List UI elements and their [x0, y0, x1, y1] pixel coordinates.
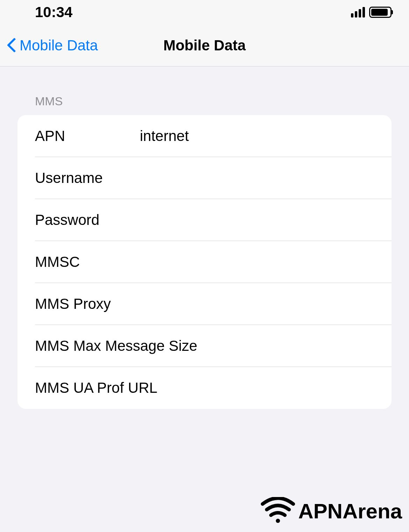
row-label-password: Password [35, 212, 140, 228]
input-username[interactable] [140, 170, 392, 186]
input-password[interactable] [140, 212, 392, 228]
back-button-label: Mobile Data [20, 37, 98, 54]
chevron-left-icon [7, 38, 17, 53]
page-title: Mobile Data [163, 37, 246, 54]
watermark-bottom-text: APNArena [298, 499, 402, 523]
row-mmsc[interactable]: MMSC [17, 241, 392, 283]
input-mms-proxy[interactable] [140, 296, 392, 312]
row-apn[interactable]: APN [17, 115, 392, 157]
wifi-icon [260, 497, 295, 525]
row-username[interactable]: Username [17, 157, 392, 199]
row-mms-max-size[interactable]: MMS Max Message Size [17, 325, 392, 367]
input-mms-ua-prof[interactable] [207, 380, 392, 396]
row-label-mms-ua-prof: MMS UA Prof URL [35, 380, 207, 396]
row-password[interactable]: Password [17, 199, 392, 241]
row-label-mms-proxy: MMS Proxy [35, 296, 140, 312]
battery-icon [369, 7, 392, 18]
back-button[interactable]: Mobile Data [0, 37, 98, 54]
input-mmsc[interactable] [140, 254, 392, 270]
watermark-bottom: APNArena [260, 497, 402, 525]
row-label-mmsc: MMSC [35, 254, 140, 270]
input-mms-max-size[interactable] [207, 338, 392, 354]
svg-point-1 [276, 519, 280, 523]
row-label-mms-max-size: MMS Max Message Size [35, 338, 207, 354]
row-mms-proxy[interactable]: MMS Proxy [17, 283, 392, 325]
row-label-apn: APN [35, 128, 140, 144]
input-apn[interactable] [140, 128, 392, 144]
status-indicators [351, 7, 392, 18]
row-mms-ua-prof[interactable]: MMS UA Prof URL [17, 367, 392, 409]
status-bar: 10:34 [0, 0, 409, 24]
section-header-mms: MMS [17, 94, 392, 108]
cellular-signal-icon [351, 7, 365, 17]
status-time: 10:34 [35, 4, 72, 21]
navigation-bar: Mobile Data Mobile Data [0, 24, 409, 66]
settings-group-mms: APN Username Password MMSC MMS Proxy MMS… [17, 115, 392, 409]
row-label-username: Username [35, 170, 140, 186]
